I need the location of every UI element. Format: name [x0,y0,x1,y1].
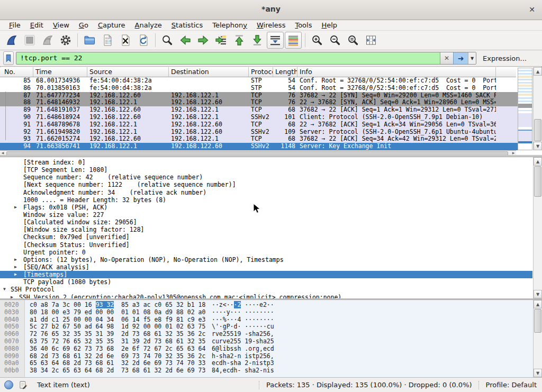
detail-line[interactable]: [Checksum Status: Unverified] [0,241,532,249]
close-file-button[interactable] [117,32,134,49]
go-last-button[interactable] [249,32,266,49]
detail-line[interactable]: Window size value: 227 [0,211,532,218]
column-header-time[interactable]: Time [33,67,87,77]
hex-row-0080[interactable]: 008036 40 6c 69 62 73 73 68 2e 6f 72 67 … [0,345,532,353]
scroll-up-icon[interactable]: ▲ [534,300,542,308]
collapse-icon[interactable]: ▼ [3,286,6,293]
menu-wireless[interactable]: Wireless [252,20,290,31]
detail-line[interactable]: [Stream index: 0] [0,159,532,166]
packet-row-86[interactable]: 8670.013850163fe:54:00:d4:38:2aSTP54Conf… [0,85,518,92]
scroll-up-icon[interactable]: ▲ [534,157,542,166]
expand-icon[interactable]: ▶ [11,294,13,298]
hex-row-0050[interactable]: 00505c 27 b2 67 50 ad 64 98 1d 92 00 00 … [0,323,532,331]
column-header-no[interactable]: No. [0,67,33,77]
expand-icon[interactable]: ▶ [14,263,17,271]
packet-row-89[interactable]: 8971.648191037192.168.122.60192.168.122.… [0,106,518,114]
detail-line[interactable]: TCP payload (1080 bytes) [0,278,532,286]
expand-icon[interactable]: ▶ [14,204,17,211]
packet-row-88[interactable]: 8871.648146932192.168.122.1192.168.122.6… [0,99,518,106]
scroll-thumb[interactable] [534,166,541,197]
detail-line[interactable]: Acknowledgment number: 34 (relative ack … [0,189,532,196]
detail-line[interactable]: Urgent pointer: 0 [0,249,532,256]
expand-icon[interactable]: ▶ [14,256,17,263]
open-file-button[interactable] [81,32,98,49]
menu-analyze[interactable]: Analyze [130,20,167,31]
column-header-info[interactable]: Info [297,67,496,77]
detail-line[interactable]: [Next sequence number: 1122 (relative se… [0,181,532,188]
packet-row-92[interactable]: 9271.661949820192.168.122.1192.168.122.6… [0,129,518,136]
detail-line[interactable]: ▶[SEQ/ACK analysis] [0,263,532,271]
filter-dropdown-icon[interactable]: ▼ [468,52,476,64]
go-first-button[interactable] [231,32,248,49]
find-packet-button[interactable] [159,32,176,49]
display-filter-input[interactable]: !tcp.port == 22 [16,52,440,64]
filter-bookmark-button[interactable] [3,51,14,65]
column-header-protocol[interactable]: Protocol [249,67,273,77]
detail-line[interactable]: ▶SSH Version 2 (encryption:chacha20-poly… [0,294,532,298]
menu-view[interactable]: View [48,20,74,31]
packet-row-91[interactable]: 9171.648789678192.168.122.1192.168.122.6… [0,121,518,129]
detail-line[interactable]: ▶[Timestamps] [0,271,532,278]
zoom-in-button[interactable] [309,32,326,49]
expression-button[interactable]: Expression... [483,54,527,62]
detail-line[interactable]: ▼SSH Protocol [0,286,532,293]
zoom-original-button[interactable] [345,32,362,49]
hex-row-00b0[interactable]: 00b038 34 2c 65 63 64 68 2d 73 68 61 32 … [0,367,532,375]
add-filter-button[interactable]: + [539,53,542,63]
hex-row-0070[interactable]: 007063 75 72 76 65 32 35 35 31 39 2d 73 … [0,338,532,345]
detail-line[interactable]: ▶Flags: 0x018 (PSH, ACK) [0,204,532,211]
detail-line[interactable]: 1000 .... = Header Length: 32 bytes (8) [0,196,532,204]
packet-row-90[interactable]: 9071.648618924192.168.122.60192.168.122.… [0,114,518,121]
detail-line[interactable]: [Window size scaling factor: 128] [0,226,532,233]
restart-capture-button[interactable] [39,32,56,49]
detail-line[interactable]: [Calculated window size: 29056] [0,218,532,226]
packet-row-93[interactable]: 9371.662015274192.168.122.60192.168.122.… [0,135,518,143]
detail-line[interactable]: Sequence number: 42 (relative sequence n… [0,174,532,181]
expand-icon[interactable]: ▶ [14,271,17,278]
hex-vscrollbar[interactable]: ▲ ▼ [533,300,542,377]
menu-help[interactable]: Help [317,20,342,31]
hex-row-00a0[interactable]: 00a065 63 64 68 2d 73 68 61 32 2d 6e 69 … [0,360,532,367]
filter-apply-icon[interactable]: ➜ [453,52,468,64]
detail-vscrollbar[interactable]: ▲ ▼ [533,157,542,298]
scroll-right-icon[interactable]: ▶ [511,151,516,155]
menu-capture[interactable]: Capture [93,20,130,31]
profile-button[interactable]: Profile: Default [486,381,537,389]
expert-info-icon[interactable] [4,380,13,389]
go-forward-button[interactable] [195,32,212,49]
scroll-down-icon[interactable]: ▼ [534,369,542,377]
menu-tools[interactable]: Tools [290,20,317,31]
hex-row-0090[interactable]: 009068 2d 73 68 61 32 2d 6e 69 73 74 70 … [0,353,532,360]
start-capture-button[interactable] [3,32,20,49]
intelligent-scrollbar-minimap[interactable] [518,68,532,150]
close-icon[interactable]: ✕ [527,5,537,14]
column-header-destination[interactable]: Destination [169,67,249,77]
resize-columns-button[interactable] [363,32,380,49]
packet-row-94[interactable]: 9471.663856741192.168.122.1192.168.122.6… [0,143,518,150]
menu-statistics[interactable]: Statistics [167,20,207,31]
scroll-left-icon[interactable]: ◀ [0,151,5,155]
packet-list-vscrollbar[interactable]: ▲ ▼ [533,67,542,150]
column-header-length[interactable]: Length [273,67,297,77]
scroll-down-icon[interactable]: ▼ [534,142,542,150]
scroll-thumb[interactable] [534,119,541,141]
hex-row-0020[interactable]: 0020c0 a8 7a 3c 00 16 93 32 85 a3 ac c0 … [0,302,532,309]
hex-row-0060[interactable]: 006072 76 65 32 35 35 31 39 2d 73 68 61 … [0,331,532,338]
detail-line[interactable]: ▶Options: (12 bytes), No-Operation (NOP)… [0,256,532,263]
column-header-source[interactable]: Source [87,67,169,77]
save-file-button[interactable]: 010101100111 [99,32,116,49]
scroll-up-icon[interactable]: ▲ [534,67,542,76]
hex-row-0030[interactable]: 003080 18 00 e3 79 ed 00 00 01 01 08 0a … [0,309,532,316]
scroll-thumb[interactable] [534,309,541,333]
menu-go[interactable]: Go [74,20,93,31]
menu-telephony[interactable]: Telephony [207,20,252,31]
go-to-packet-button[interactable] [213,32,230,49]
detail-line[interactable]: [TCP Segment Len: 1080] [0,166,532,174]
hex-row-0040[interactable]: 0040a1 dd c1 25 00 00 04 34 06 14 f5 e8 … [0,316,532,324]
packet-row-87[interactable]: 8771.647777234192.168.122.60192.168.122.… [0,92,518,99]
reload-file-button[interactable] [135,32,152,49]
detail-line[interactable]: Checksum: 0x79ed [unverified] [0,233,532,241]
packet-row-85[interactable]: 8568.001734936fe:54:00:d4:38:2aSTP54Conf… [0,77,518,85]
capture-options-button[interactable] [57,32,74,49]
auto-scroll-button[interactable] [267,32,284,49]
